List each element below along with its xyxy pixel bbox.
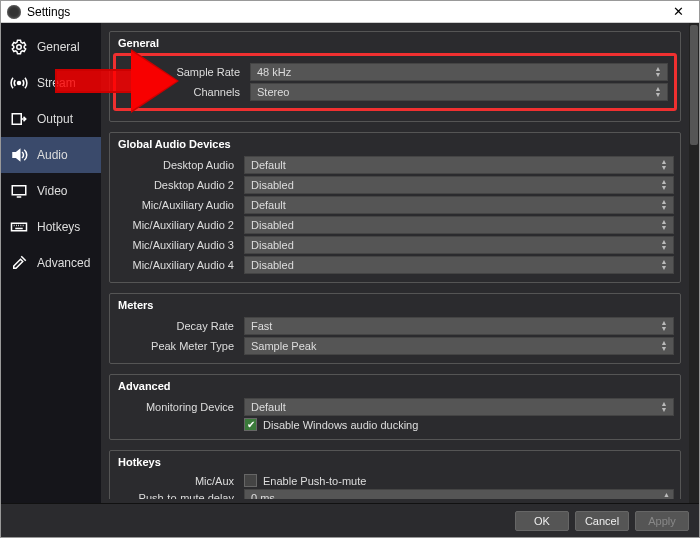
keyboard-icon (9, 217, 29, 237)
checkbox-ptm-micaux[interactable] (244, 474, 257, 487)
sidebar-item-label: Output (37, 112, 73, 126)
sidebar: General Stream Output Audio Video Hotkey… (1, 23, 101, 503)
group-hotkeys: Hotkeys Mic/Aux Enable Push-to-mute Push… (109, 450, 681, 499)
updown-icon: ▲▼ (658, 338, 670, 354)
content-pane: General Sample Rate 48 kHz ▲▼ Channels (101, 23, 699, 503)
label-mic-aux: Mic/Auxiliary Audio (116, 199, 244, 211)
svg-rect-2 (12, 114, 21, 125)
label-ptm-delay: Push-to-mute delay (116, 492, 244, 499)
combo-desktop-audio[interactable]: Default▲▼ (244, 156, 674, 174)
label-enable-ptm: Enable Push-to-mute (263, 475, 366, 487)
group-meters: Meters Decay RateFast▲▼ Peak Meter TypeS… (109, 293, 681, 364)
app-icon (7, 5, 21, 19)
label-mic-aux-2: Mic/Auxiliary Audio 2 (116, 219, 244, 231)
combo-mic-aux-3[interactable]: Disabled▲▼ (244, 236, 674, 254)
updown-icon: ▲▼ (652, 64, 664, 80)
updown-icon: ▲▼ (658, 318, 670, 334)
combo-value: Fast (251, 320, 272, 332)
combo-value: Disabled (251, 179, 294, 191)
combo-value: Disabled (251, 239, 294, 251)
label-mic-aux-3: Mic/Auxiliary Audio 3 (116, 239, 244, 251)
label-micaux: Mic/Aux (116, 475, 244, 487)
sidebar-item-general[interactable]: General (1, 29, 101, 65)
combo-mic-aux-4[interactable]: Disabled▲▼ (244, 256, 674, 274)
window-title: Settings (27, 5, 70, 19)
updown-icon: ▲▼ (658, 157, 670, 173)
combo-decay-rate[interactable]: Fast▲▼ (244, 317, 674, 335)
close-button[interactable]: ✕ (663, 4, 693, 19)
updown-icon: ▲▼ (658, 177, 670, 193)
updown-icon: ▲▼ (663, 490, 670, 499)
sidebar-item-label: General (37, 40, 80, 54)
combo-desktop-audio-2[interactable]: Disabled▲▼ (244, 176, 674, 194)
sidebar-item-video[interactable]: Video (1, 173, 101, 209)
combo-value: Disabled (251, 219, 294, 231)
spinner-ptm-delay-micaux[interactable]: 0 ms▲▼ (244, 489, 674, 499)
titlebar: Settings ✕ (1, 1, 699, 23)
updown-icon: ▲▼ (658, 237, 670, 253)
scrollbar-thumb[interactable] (690, 25, 698, 145)
updown-icon: ▲▼ (658, 197, 670, 213)
sidebar-item-label: Advanced (37, 256, 90, 270)
sidebar-item-audio[interactable]: Audio (1, 137, 101, 173)
svg-rect-4 (12, 223, 27, 231)
label-ducking: Disable Windows audio ducking (263, 419, 418, 431)
sidebar-item-hotkeys[interactable]: Hotkeys (1, 209, 101, 245)
ok-button[interactable]: OK (515, 511, 569, 531)
group-title: Meters (118, 299, 674, 311)
combo-mic-aux-2[interactable]: Disabled▲▼ (244, 216, 674, 234)
combo-value: Default (251, 401, 286, 413)
group-advanced: Advanced Monitoring DeviceDefault▲▼ ✔ Di… (109, 374, 681, 440)
combo-value: Sample Peak (251, 340, 316, 352)
group-title: Advanced (118, 380, 674, 392)
label-desktop-audio-2: Desktop Audio 2 (116, 179, 244, 191)
combo-channels[interactable]: Stereo ▲▼ (250, 83, 668, 101)
sidebar-item-advanced[interactable]: Advanced (1, 245, 101, 281)
sidebar-item-label: Audio (37, 148, 68, 162)
spinner-value: 0 ms (251, 492, 275, 499)
updown-icon: ▲▼ (658, 399, 670, 415)
combo-value: Default (251, 159, 286, 171)
combo-sample-rate[interactable]: 48 kHz ▲▼ (250, 63, 668, 81)
svg-point-0 (17, 45, 22, 50)
tools-icon (9, 253, 29, 273)
combo-value: 48 kHz (257, 66, 291, 78)
label-monitoring: Monitoring Device (116, 401, 244, 413)
updown-icon: ▲▼ (658, 257, 670, 273)
label-mic-aux-4: Mic/Auxiliary Audio 4 (116, 259, 244, 271)
cancel-button[interactable]: Cancel (575, 511, 629, 531)
group-general: General Sample Rate 48 kHz ▲▼ Channels (109, 31, 681, 122)
combo-mic-aux[interactable]: Default▲▼ (244, 196, 674, 214)
group-title: General (118, 37, 674, 49)
group-title: Hotkeys (118, 456, 674, 468)
sidebar-item-label: Video (37, 184, 67, 198)
group-title: Global Audio Devices (118, 138, 674, 150)
window-body: General Stream Output Audio Video Hotkey… (1, 23, 699, 503)
group-global-audio: Global Audio Devices Desktop AudioDefaul… (109, 132, 681, 283)
footer: OK Cancel Apply (1, 503, 699, 537)
gear-icon (9, 37, 29, 57)
sidebar-item-label: Hotkeys (37, 220, 80, 234)
settings-window: Settings ✕ General Stream Output Audio (0, 0, 700, 538)
vertical-scrollbar[interactable] (689, 23, 699, 503)
label-sample-rate: Sample Rate (122, 66, 250, 78)
sidebar-item-output[interactable]: Output (1, 101, 101, 137)
sidebar-item-label: Stream (37, 76, 76, 90)
highlight-box: Sample Rate 48 kHz ▲▼ Channels Stereo ▲▼ (113, 53, 677, 111)
combo-value: Default (251, 199, 286, 211)
sidebar-item-stream[interactable]: Stream (1, 65, 101, 101)
label-peak-meter: Peak Meter Type (116, 340, 244, 352)
svg-point-1 (18, 82, 21, 85)
label-desktop-audio: Desktop Audio (116, 159, 244, 171)
label-channels: Channels (122, 86, 250, 98)
output-icon (9, 109, 29, 129)
updown-icon: ▲▼ (652, 84, 664, 100)
apply-button[interactable]: Apply (635, 511, 689, 531)
checkbox-ducking[interactable]: ✔ (244, 418, 257, 431)
audio-icon (9, 145, 29, 165)
combo-peak-meter[interactable]: Sample Peak▲▼ (244, 337, 674, 355)
label-decay-rate: Decay Rate (116, 320, 244, 332)
combo-value: Stereo (257, 86, 289, 98)
combo-monitoring[interactable]: Default▲▼ (244, 398, 674, 416)
video-icon (9, 181, 29, 201)
